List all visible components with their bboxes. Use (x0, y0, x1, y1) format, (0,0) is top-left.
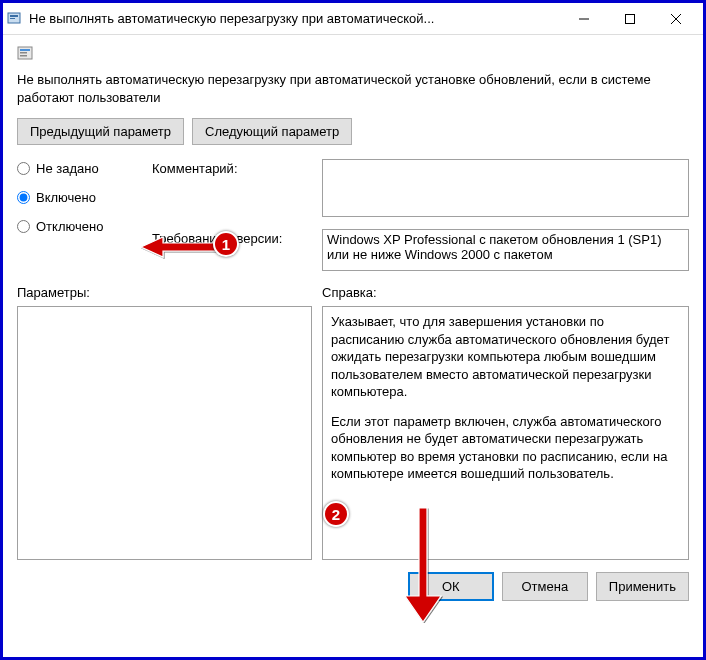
policy-icon (17, 45, 35, 63)
ok-button[interactable]: ОК (408, 572, 494, 601)
minimize-icon (578, 13, 590, 25)
radio-disabled-label: Отключено (36, 219, 103, 234)
apply-button[interactable]: Применить (596, 572, 689, 601)
svg-rect-2 (10, 18, 15, 19)
maximize-icon (624, 13, 636, 25)
prev-setting-button[interactable]: Предыдущий параметр (17, 118, 184, 145)
app-icon (7, 11, 23, 27)
radio-enabled-input[interactable] (17, 191, 30, 204)
requirements-box[interactable]: Windows XP Professional с пакетом обновл… (322, 229, 689, 271)
help-paragraph-1: Указывает, что для завершения установки … (331, 313, 680, 401)
maximize-button[interactable] (607, 4, 653, 34)
params-box (17, 306, 312, 560)
svg-rect-8 (20, 49, 30, 51)
radio-not-configured-label: Не задано (36, 161, 99, 176)
comment-label: Комментарий: (152, 159, 312, 176)
help-box[interactable]: Указывает, что для завершения установки … (322, 306, 689, 560)
radio-disabled[interactable]: Отключено (17, 219, 142, 234)
svg-rect-10 (20, 55, 27, 57)
cancel-button[interactable]: Отмена (502, 572, 588, 601)
content-area: Не выполнять автоматическую перезагрузку… (3, 35, 703, 611)
policy-description: Не выполнять автоматическую перезагрузку… (17, 71, 689, 106)
comment-textarea[interactable] (322, 159, 689, 217)
radio-enabled-label: Включено (36, 190, 96, 205)
minimize-button[interactable] (561, 4, 607, 34)
requirements-label: Требования к версии: (152, 229, 312, 246)
close-icon (670, 13, 682, 25)
svg-rect-1 (10, 15, 18, 17)
close-button[interactable] (653, 4, 699, 34)
window-title: Не выполнять автоматическую перезагрузку… (29, 11, 561, 26)
help-paragraph-2: Если этот параметр включен, служба автом… (331, 413, 680, 483)
radio-enabled[interactable]: Включено (17, 190, 142, 205)
params-label: Параметры: (17, 285, 312, 300)
svg-rect-4 (626, 14, 635, 23)
radio-not-configured[interactable]: Не задано (17, 161, 142, 176)
requirements-text: Windows XP Professional с пакетом обновл… (327, 232, 662, 262)
radio-not-configured-input[interactable] (17, 162, 30, 175)
next-setting-button[interactable]: Следующий параметр (192, 118, 352, 145)
titlebar: Не выполнять автоматическую перезагрузку… (3, 3, 703, 35)
svg-rect-9 (20, 52, 27, 54)
radio-disabled-input[interactable] (17, 220, 30, 233)
help-label: Справка: (322, 285, 689, 300)
